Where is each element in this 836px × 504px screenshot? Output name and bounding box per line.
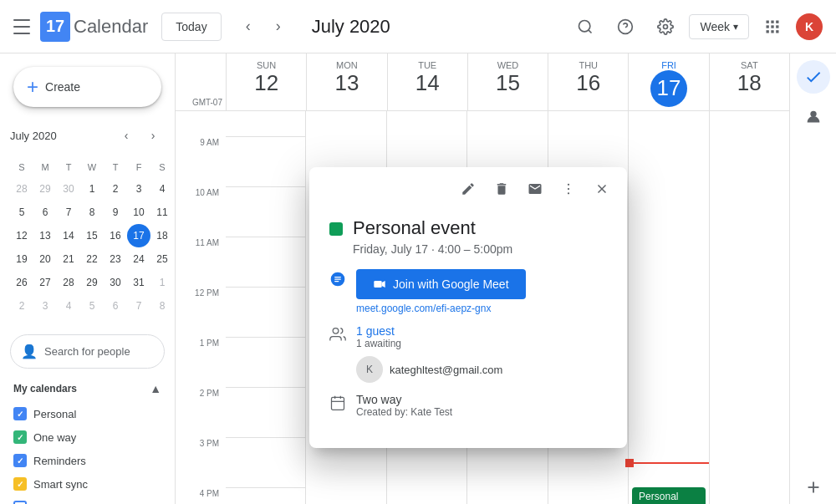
modal-email-button[interactable] [520, 174, 550, 204]
mini-day[interactable]: 3 [33, 294, 57, 318]
mini-day[interactable]: 6 [33, 201, 57, 224]
mini-day[interactable]: 26 [10, 271, 33, 294]
mini-day[interactable]: 29 [33, 177, 57, 201]
mini-day[interactable]: 25 [150, 247, 174, 271]
mini-day[interactable]: 22 [80, 247, 104, 271]
mini-day[interactable]: 13 [33, 224, 57, 247]
calendar-label-reminders: Reminders [33, 455, 86, 467]
calendar-item-personal[interactable]: Personal [10, 402, 165, 425]
mini-day[interactable]: 23 [104, 247, 127, 271]
mini-day[interactable]: 11 [150, 201, 174, 224]
right-panel-add-icon[interactable] [797, 471, 830, 504]
modal-delete-button[interactable] [487, 174, 517, 204]
mini-cal-prev[interactable]: ‹ [115, 124, 138, 147]
day-col-sat[interactable]: SAT 18 [709, 53, 789, 110]
mini-day[interactable]: 1 [80, 177, 104, 201]
right-panel-check-icon[interactable] [797, 60, 830, 94]
mini-day[interactable]: 12 [10, 224, 33, 247]
plus-icon: + [27, 77, 38, 97]
mini-day[interactable]: 8 [150, 294, 174, 318]
mini-day[interactable]: 3 [127, 177, 150, 201]
day-col-thu[interactable]: THU 16 [548, 53, 628, 110]
mini-day[interactable]: 18 [150, 224, 174, 247]
mini-day[interactable]: 21 [57, 247, 80, 271]
mini-day[interactable]: 27 [33, 271, 57, 294]
calendar-checkbox-reminders[interactable] [13, 454, 27, 467]
my-calendars-header[interactable]: My calendars ▲ [10, 375, 165, 402]
svg-rect-12 [771, 30, 773, 33]
mini-day[interactable]: 29 [80, 271, 104, 294]
mini-day[interactable]: 30 [104, 271, 127, 294]
logo-box: 17 [40, 12, 70, 42]
mini-day[interactable]: 2 [10, 294, 33, 318]
grid-col-fri[interactable]: Personal event 4 – 5pm [628, 111, 708, 504]
grid-col-sat[interactable] [709, 111, 789, 504]
calendar-checkbox-smartsync[interactable] [13, 477, 27, 491]
next-button[interactable]: › [265, 13, 292, 40]
mini-day[interactable]: 28 [57, 271, 80, 294]
day-col-fri[interactable]: FRI 17 [628, 53, 708, 110]
svg-point-18 [568, 188, 569, 190]
mini-day[interactable]: 19 [10, 247, 33, 271]
mini-day[interactable]: 1 [150, 271, 174, 294]
create-button[interactable]: + Create [13, 67, 161, 107]
view-select[interactable]: Week ▾ [689, 14, 749, 39]
calendar-event-personal[interactable]: Personal event 4 – 5pm [632, 487, 705, 504]
calendar-item-tasks[interactable]: Tasks [10, 496, 165, 504]
mini-day[interactable]: 16 [104, 224, 127, 247]
svg-line-1 [589, 29, 592, 33]
day-col-wed[interactable]: WED 15 [467, 53, 548, 110]
right-panel-icon2[interactable] [797, 100, 830, 134]
mini-day-today[interactable]: 17 [127, 224, 150, 247]
apps-button[interactable] [756, 10, 789, 43]
mini-day[interactable]: 28 [10, 177, 33, 201]
day-col-sun[interactable]: SUN 12 [226, 53, 306, 110]
calendar-item-oneway[interactable]: One way [10, 425, 165, 449]
search-button[interactable] [568, 10, 602, 43]
today-button[interactable]: Today [161, 13, 221, 41]
modal-close-button[interactable] [587, 174, 617, 204]
grid-col-sun[interactable] [226, 111, 305, 504]
prev-button[interactable]: ‹ [235, 13, 262, 40]
modal-meet-section: Join with Google Meet meet.google.com/ef… [329, 269, 607, 314]
mini-cal-next[interactable]: › [141, 124, 165, 147]
mini-day[interactable]: 14 [57, 224, 80, 247]
meet-link[interactable]: meet.google.com/efi-aepz-gnx [356, 303, 607, 314]
mini-day[interactable]: 10 [127, 201, 150, 224]
search-people[interactable]: 👤 Search for people [10, 334, 165, 369]
calendar-item-smartsync[interactable]: Smart sync [10, 472, 165, 496]
day-col-tue[interactable]: TUE 14 [387, 53, 467, 110]
calendar-checkbox-personal[interactable] [13, 407, 27, 420]
mini-day[interactable]: 8 [80, 201, 104, 224]
calendar-checkbox-tasks[interactable] [13, 501, 27, 504]
avatar[interactable]: K [796, 13, 823, 40]
join-meet-button[interactable]: Join with Google Meet [356, 269, 526, 299]
mini-day[interactable]: 15 [80, 224, 104, 247]
event-title: Personal event [639, 491, 678, 504]
day-col-mon[interactable]: MON 13 [306, 53, 386, 110]
mini-day[interactable]: 24 [127, 247, 150, 271]
help-button[interactable] [609, 10, 642, 43]
modal-edit-button[interactable] [453, 174, 483, 204]
time-labels: 9 AM 10 AM 11 AM 12 PM 1 PM 2 PM 3 PM 4 … [176, 111, 226, 504]
mini-day[interactable]: 2 [104, 177, 127, 201]
calendar-checkbox-oneway[interactable] [13, 430, 27, 444]
modal-guests-section: 1 guest 1 awaiting K kateghltest@gmail.c… [329, 324, 607, 383]
mini-day[interactable]: 5 [10, 201, 33, 224]
mini-day[interactable]: 7 [57, 201, 80, 224]
settings-button[interactable] [649, 10, 682, 43]
mini-day[interactable]: 6 [104, 294, 127, 318]
mini-day[interactable]: 5 [80, 294, 104, 318]
menu-icon[interactable] [13, 17, 33, 37]
mini-day[interactable]: 30 [57, 177, 80, 201]
mini-day[interactable]: 4 [150, 177, 174, 201]
mini-day[interactable]: 4 [57, 294, 80, 318]
mini-day[interactable]: 9 [104, 201, 127, 224]
mini-day[interactable]: 31 [127, 271, 150, 294]
calendar-item-reminders[interactable]: Reminders [10, 449, 165, 472]
mini-day[interactable]: 20 [33, 247, 57, 271]
modal-more-button[interactable] [553, 174, 584, 204]
meet-icon [329, 271, 346, 288]
mini-day[interactable]: 7 [127, 294, 150, 318]
date-mon: 13 [307, 70, 386, 96]
